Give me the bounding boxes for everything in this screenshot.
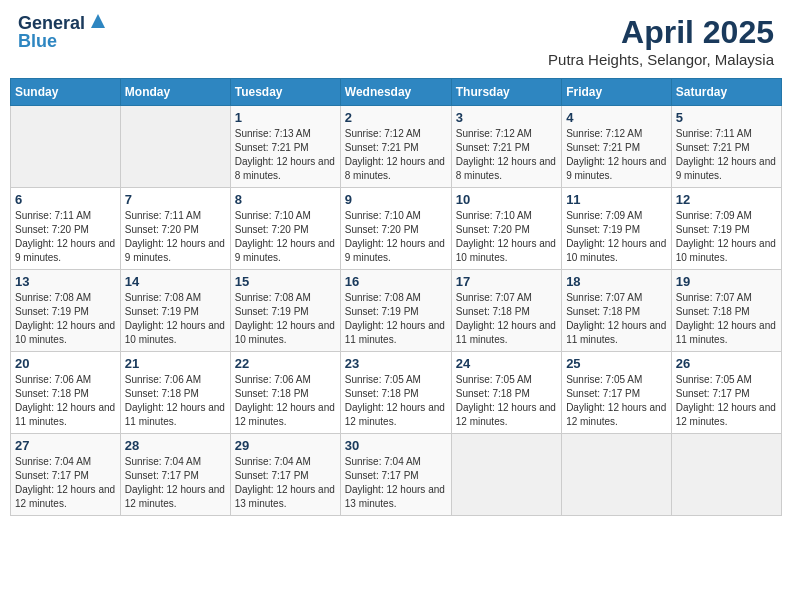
svg-marker-0: [91, 14, 105, 28]
calendar-cell: 25Sunrise: 7:05 AM Sunset: 7:17 PM Dayli…: [562, 352, 672, 434]
day-number: 28: [125, 438, 226, 453]
day-info: Sunrise: 7:05 AM Sunset: 7:18 PM Dayligh…: [456, 373, 557, 429]
logo-blue: Blue: [18, 32, 109, 52]
day-header: Saturday: [671, 79, 781, 106]
calendar-cell: 7Sunrise: 7:11 AM Sunset: 7:20 PM Daylig…: [120, 188, 230, 270]
logo: General Blue: [18, 14, 109, 52]
day-info: Sunrise: 7:08 AM Sunset: 7:19 PM Dayligh…: [235, 291, 336, 347]
day-number: 24: [456, 356, 557, 371]
day-header: Thursday: [451, 79, 561, 106]
calendar-week-row: 27Sunrise: 7:04 AM Sunset: 7:17 PM Dayli…: [11, 434, 782, 516]
page-header: General Blue April 2025 Putra Heights, S…: [10, 10, 782, 72]
calendar-cell: 28Sunrise: 7:04 AM Sunset: 7:17 PM Dayli…: [120, 434, 230, 516]
calendar-cell: 21Sunrise: 7:06 AM Sunset: 7:18 PM Dayli…: [120, 352, 230, 434]
calendar-cell: [11, 106, 121, 188]
calendar-week-row: 1Sunrise: 7:13 AM Sunset: 7:21 PM Daylig…: [11, 106, 782, 188]
calendar-week-row: 13Sunrise: 7:08 AM Sunset: 7:19 PM Dayli…: [11, 270, 782, 352]
day-number: 18: [566, 274, 667, 289]
calendar-week-row: 6Sunrise: 7:11 AM Sunset: 7:20 PM Daylig…: [11, 188, 782, 270]
calendar-cell: 5Sunrise: 7:11 AM Sunset: 7:21 PM Daylig…: [671, 106, 781, 188]
day-info: Sunrise: 7:05 AM Sunset: 7:18 PM Dayligh…: [345, 373, 447, 429]
day-number: 1: [235, 110, 336, 125]
calendar-cell: 17Sunrise: 7:07 AM Sunset: 7:18 PM Dayli…: [451, 270, 561, 352]
calendar-cell: 18Sunrise: 7:07 AM Sunset: 7:18 PM Dayli…: [562, 270, 672, 352]
calendar-cell: 4Sunrise: 7:12 AM Sunset: 7:21 PM Daylig…: [562, 106, 672, 188]
day-info: Sunrise: 7:08 AM Sunset: 7:19 PM Dayligh…: [345, 291, 447, 347]
day-number: 25: [566, 356, 667, 371]
day-number: 5: [676, 110, 777, 125]
day-info: Sunrise: 7:04 AM Sunset: 7:17 PM Dayligh…: [345, 455, 447, 511]
day-number: 26: [676, 356, 777, 371]
calendar-table: SundayMondayTuesdayWednesdayThursdayFrid…: [10, 78, 782, 516]
day-number: 12: [676, 192, 777, 207]
calendar-cell: 27Sunrise: 7:04 AM Sunset: 7:17 PM Dayli…: [11, 434, 121, 516]
calendar-cell: 12Sunrise: 7:09 AM Sunset: 7:19 PM Dayli…: [671, 188, 781, 270]
calendar-cell: 22Sunrise: 7:06 AM Sunset: 7:18 PM Dayli…: [230, 352, 340, 434]
calendar-cell: 11Sunrise: 7:09 AM Sunset: 7:19 PM Dayli…: [562, 188, 672, 270]
day-info: Sunrise: 7:06 AM Sunset: 7:18 PM Dayligh…: [235, 373, 336, 429]
day-number: 22: [235, 356, 336, 371]
day-number: 7: [125, 192, 226, 207]
calendar-cell: [451, 434, 561, 516]
calendar-title: April 2025: [548, 14, 774, 51]
calendar-cell: 1Sunrise: 7:13 AM Sunset: 7:21 PM Daylig…: [230, 106, 340, 188]
day-info: Sunrise: 7:10 AM Sunset: 7:20 PM Dayligh…: [456, 209, 557, 265]
calendar-cell: 6Sunrise: 7:11 AM Sunset: 7:20 PM Daylig…: [11, 188, 121, 270]
day-header: Sunday: [11, 79, 121, 106]
day-info: Sunrise: 7:04 AM Sunset: 7:17 PM Dayligh…: [125, 455, 226, 511]
day-number: 15: [235, 274, 336, 289]
day-header: Monday: [120, 79, 230, 106]
day-number: 2: [345, 110, 447, 125]
calendar-cell: 10Sunrise: 7:10 AM Sunset: 7:20 PM Dayli…: [451, 188, 561, 270]
title-block: April 2025 Putra Heights, Selangor, Mala…: [548, 14, 774, 68]
calendar-cell: 19Sunrise: 7:07 AM Sunset: 7:18 PM Dayli…: [671, 270, 781, 352]
day-info: Sunrise: 7:12 AM Sunset: 7:21 PM Dayligh…: [345, 127, 447, 183]
day-number: 14: [125, 274, 226, 289]
day-info: Sunrise: 7:13 AM Sunset: 7:21 PM Dayligh…: [235, 127, 336, 183]
calendar-cell: 26Sunrise: 7:05 AM Sunset: 7:17 PM Dayli…: [671, 352, 781, 434]
day-number: 23: [345, 356, 447, 371]
calendar-cell: 30Sunrise: 7:04 AM Sunset: 7:17 PM Dayli…: [340, 434, 451, 516]
day-number: 29: [235, 438, 336, 453]
calendar-cell: 16Sunrise: 7:08 AM Sunset: 7:19 PM Dayli…: [340, 270, 451, 352]
day-info: Sunrise: 7:06 AM Sunset: 7:18 PM Dayligh…: [15, 373, 116, 429]
day-info: Sunrise: 7:07 AM Sunset: 7:18 PM Dayligh…: [566, 291, 667, 347]
calendar-cell: 24Sunrise: 7:05 AM Sunset: 7:18 PM Dayli…: [451, 352, 561, 434]
calendar-cell: 14Sunrise: 7:08 AM Sunset: 7:19 PM Dayli…: [120, 270, 230, 352]
day-info: Sunrise: 7:12 AM Sunset: 7:21 PM Dayligh…: [456, 127, 557, 183]
day-info: Sunrise: 7:08 AM Sunset: 7:19 PM Dayligh…: [125, 291, 226, 347]
day-number: 4: [566, 110, 667, 125]
calendar-cell: 29Sunrise: 7:04 AM Sunset: 7:17 PM Dayli…: [230, 434, 340, 516]
day-number: 10: [456, 192, 557, 207]
calendar-cell: 9Sunrise: 7:10 AM Sunset: 7:20 PM Daylig…: [340, 188, 451, 270]
day-number: 21: [125, 356, 226, 371]
day-number: 3: [456, 110, 557, 125]
day-header: Friday: [562, 79, 672, 106]
day-info: Sunrise: 7:10 AM Sunset: 7:20 PM Dayligh…: [235, 209, 336, 265]
day-info: Sunrise: 7:04 AM Sunset: 7:17 PM Dayligh…: [15, 455, 116, 511]
day-number: 9: [345, 192, 447, 207]
day-info: Sunrise: 7:09 AM Sunset: 7:19 PM Dayligh…: [566, 209, 667, 265]
day-number: 6: [15, 192, 116, 207]
calendar-cell: [562, 434, 672, 516]
day-number: 27: [15, 438, 116, 453]
header-row: SundayMondayTuesdayWednesdayThursdayFrid…: [11, 79, 782, 106]
day-info: Sunrise: 7:05 AM Sunset: 7:17 PM Dayligh…: [676, 373, 777, 429]
calendar-cell: 20Sunrise: 7:06 AM Sunset: 7:18 PM Dayli…: [11, 352, 121, 434]
calendar-cell: [671, 434, 781, 516]
calendar-cell: 13Sunrise: 7:08 AM Sunset: 7:19 PM Dayli…: [11, 270, 121, 352]
day-info: Sunrise: 7:07 AM Sunset: 7:18 PM Dayligh…: [676, 291, 777, 347]
day-number: 20: [15, 356, 116, 371]
day-number: 19: [676, 274, 777, 289]
day-number: 8: [235, 192, 336, 207]
calendar-subtitle: Putra Heights, Selangor, Malaysia: [548, 51, 774, 68]
day-info: Sunrise: 7:04 AM Sunset: 7:17 PM Dayligh…: [235, 455, 336, 511]
calendar-week-row: 20Sunrise: 7:06 AM Sunset: 7:18 PM Dayli…: [11, 352, 782, 434]
day-info: Sunrise: 7:08 AM Sunset: 7:19 PM Dayligh…: [15, 291, 116, 347]
day-info: Sunrise: 7:09 AM Sunset: 7:19 PM Dayligh…: [676, 209, 777, 265]
day-number: 13: [15, 274, 116, 289]
calendar-cell: 8Sunrise: 7:10 AM Sunset: 7:20 PM Daylig…: [230, 188, 340, 270]
day-info: Sunrise: 7:10 AM Sunset: 7:20 PM Dayligh…: [345, 209, 447, 265]
day-number: 17: [456, 274, 557, 289]
calendar-cell: 2Sunrise: 7:12 AM Sunset: 7:21 PM Daylig…: [340, 106, 451, 188]
